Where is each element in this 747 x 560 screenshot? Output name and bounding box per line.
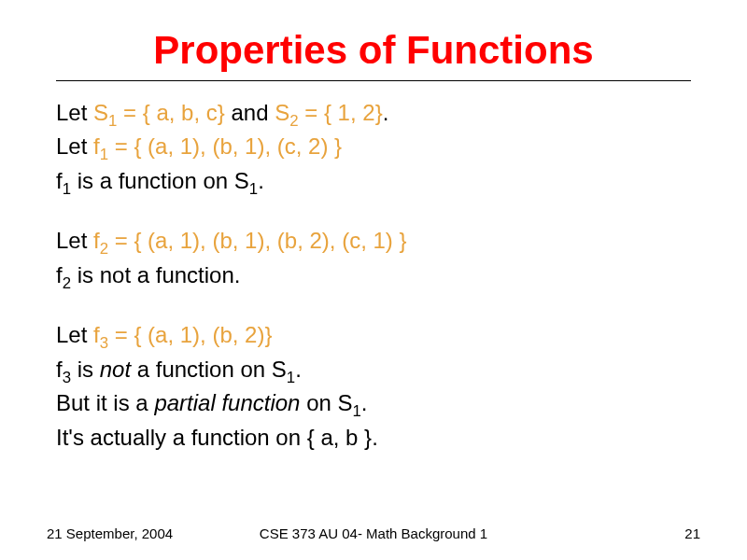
- footer-date: 21 September, 2004: [47, 525, 173, 541]
- line-1: Let f2 = { (a, 1), (b, 1), (b, 2), (c, 1…: [56, 226, 700, 259]
- block-1: Let S1 = { a, b, c} and S2 = { 1, 2}. Le…: [56, 98, 700, 200]
- line-4: It's actually a function on { a, b }.: [56, 423, 700, 453]
- slide: Properties of Functions Let S1 = { a, b,…: [0, 0, 747, 560]
- line-1: Let f3 = { (a, 1), (b, 2)}: [56, 320, 700, 354]
- footer-course: CSE 373 AU 04- Math Background 1: [260, 525, 487, 541]
- line-3: But it is a partial function on S1.: [56, 388, 700, 422]
- slide-content: Let S1 = { a, b, c} and S2 = { 1, 2}. Le…: [47, 98, 700, 479]
- line-2: f2 is not a function.: [56, 260, 700, 294]
- block-2: Let f2 = { (a, 1), (b, 1), (b, 2), (c, 1…: [56, 226, 700, 294]
- footer-page: 21: [684, 525, 700, 541]
- block-3: Let f3 = { (a, 1), (b, 2)} f3 is not a f…: [56, 320, 700, 453]
- title-underline: [56, 80, 691, 81]
- slide-footer: 21 September, 2004 CSE 373 AU 04- Math B…: [47, 525, 700, 541]
- line-3: f1 is a function on S1.: [56, 166, 700, 200]
- line-2: Let f1 = { (a, 1), (b, 1), (c, 2) }: [56, 132, 700, 165]
- slide-title: Properties of Functions: [47, 28, 700, 73]
- line-2: f3 is not a function on S1.: [56, 355, 700, 388]
- line-1: Let S1 = { a, b, c} and S2 = { 1, 2}.: [56, 98, 700, 132]
